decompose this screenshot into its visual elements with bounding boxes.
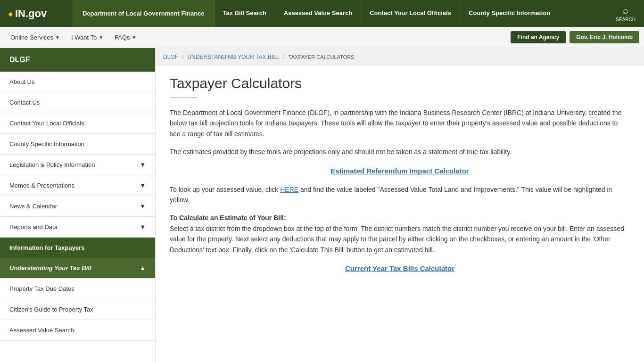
calc-header: To Calculate an Estimate of Your Bill: <box>170 214 286 222</box>
online-services-link[interactable]: Online Services ▼ <box>5 27 66 48</box>
sidebar-menu: About Us Contact Us Contact Your Local O… <box>0 72 155 238</box>
breadcrumb-dlgf[interactable]: DLGF <box>163 54 178 60</box>
nav-tax-bill-search[interactable]: Tax Bill Search <box>215 0 275 27</box>
breadcrumb-understanding-tax-bill[interactable]: UNDERSTANDING YOUR TAX BILL <box>187 54 279 60</box>
title-divider <box>170 97 198 98</box>
sidebar-sub-items: Property Tax Due Dates Citizen's Guide t… <box>0 279 155 341</box>
assessed-value-text: To look up your assessed value, click HE… <box>170 184 630 206</box>
sidebar-item-contact-us[interactable]: Contact Us <box>0 92 155 113</box>
chevron-down-icon: ▼ <box>140 182 146 189</box>
breadcrumb-separator: / <box>283 54 285 60</box>
find-agency-button[interactable]: Find an Agency <box>511 31 566 43</box>
estimated-referendum-link[interactable]: Estimated Referendum Impact Calculator <box>170 167 630 175</box>
search-button[interactable]: ⌕ SEARCH <box>607 0 644 27</box>
about-us-link[interactable]: About Us <box>0 72 155 92</box>
chevron-down-icon: ▼ <box>140 161 146 168</box>
breadcrumb-separator: / <box>182 54 183 60</box>
faqs-link[interactable]: FAQs ▼ <box>109 27 142 48</box>
breadcrumb-current: TAXPAYER CALCULATORS <box>289 54 355 60</box>
search-icon: ⌕ <box>623 5 628 16</box>
sidebar-item-news[interactable]: News & Calendar ▼ <box>0 196 155 217</box>
top-nav-links: Tax Bill Search Assessed Value Search Co… <box>215 0 608 27</box>
sidebar: DLGF About Us Contact Us Contact Your Lo… <box>0 48 156 362</box>
legislation-link[interactable]: Legislation & Policy Information ▼ <box>0 155 155 175</box>
sidebar-submenu: Understanding Your Tax Bill ▲ <box>0 258 155 279</box>
contact-us-link[interactable]: Contact Us <box>0 92 155 113</box>
sidebar-item-about-us[interactable]: About Us <box>0 72 155 92</box>
contact-officials-link[interactable]: Contact Your Local Officials <box>0 113 155 133</box>
county-info-link[interactable]: County Specific Information <box>0 134 155 154</box>
chevron-down-icon: ▼ <box>132 35 137 40</box>
calc-body: Select a tax district from the dropdown … <box>170 225 624 254</box>
citizens-guide-link[interactable]: Citizen's Guide to Property Tax <box>0 299 155 320</box>
sidebar-sub-item-assessed-value-search[interactable]: Assessed Value Search <box>0 320 155 341</box>
sidebar-sub-item-citizens-guide[interactable]: Citizen's Guide to Property Tax <box>0 299 155 320</box>
calc-instructions: To Calculate an Estimate of Your Bill: S… <box>170 213 630 255</box>
main-content: DLGF / UNDERSTANDING YOUR TAX BILL / TAX… <box>156 48 644 362</box>
secondary-navigation: Online Services ▼ I Want To ▼ FAQs ▼ Fin… <box>0 27 644 48</box>
page-body: DLGF About Us Contact Us Contact Your Lo… <box>0 48 644 362</box>
nav-contact-officials[interactable]: Contact Your Local Officials <box>361 0 460 27</box>
sidebar-sub-item-property-tax-dates[interactable]: Property Tax Due Dates <box>0 279 155 299</box>
intro-paragraph-2: The estimates provided by these tools ar… <box>170 147 630 157</box>
top-navigation: ⬥ IN.gov Department of Local Government … <box>0 0 644 27</box>
current-year-calculator-link[interactable]: Current Year Tax Bills Calculator <box>170 264 630 272</box>
site-logo[interactable]: ⬥ IN.gov <box>8 8 47 20</box>
logo-label: IN.gov <box>15 8 47 20</box>
logo-area[interactable]: ⬥ IN.gov <box>0 0 73 27</box>
governor-button[interactable]: Gov. Eric J. Holcomb <box>570 31 639 43</box>
page-title: Taxpayer Calculators <box>170 75 630 91</box>
sidebar-header: DLGF <box>0 48 155 72</box>
chevron-down-icon: ▼ <box>99 35 103 40</box>
sidebar-item-contact-officials[interactable]: Contact Your Local Officials <box>0 113 155 134</box>
intro-paragraph-1: The Department of Local Government Finan… <box>170 107 630 139</box>
nav-county-info[interactable]: County Specific Information <box>460 0 559 27</box>
i-want-to-link[interactable]: I Want To ▼ <box>66 27 109 48</box>
assessed-value-search-link[interactable]: Assessed Value Search <box>0 320 155 340</box>
sidebar-section-header: Information for Taxpayers <box>0 238 155 258</box>
reports-link[interactable]: Reports and Data ▼ <box>0 217 155 237</box>
assessed-text-1: To look up your assessed value, click <box>170 186 280 193</box>
breadcrumb: DLGF / UNDERSTANDING YOUR TAX BILL / TAX… <box>156 48 644 66</box>
chevron-up-icon: ▲ <box>140 264 146 272</box>
nav-assessed-value-search[interactable]: Assessed Value Search <box>275 0 361 27</box>
memos-link[interactable]: Memos & Presentations ▼ <box>0 175 155 196</box>
department-name[interactable]: Department of Local Government Finance <box>73 0 215 27</box>
sidebar-item-memos[interactable]: Memos & Presentations ▼ <box>0 175 155 196</box>
here-link[interactable]: HERE <box>280 186 298 193</box>
sidebar-item-understanding-tax-bill[interactable]: Understanding Your Tax Bill ▲ <box>0 258 155 279</box>
property-tax-dates-link[interactable]: Property Tax Due Dates <box>0 279 155 299</box>
sidebar-item-county-info[interactable]: County Specific Information <box>0 134 155 155</box>
chevron-down-icon: ▼ <box>55 35 60 40</box>
chevron-down-icon: ▼ <box>140 223 146 230</box>
chevron-down-icon: ▼ <box>140 203 146 210</box>
sidebar-item-legislation[interactable]: Legislation & Policy Information ▼ <box>0 155 155 175</box>
understanding-tax-bill-link[interactable]: Understanding Your Tax Bill ▲ <box>0 258 155 278</box>
sidebar-item-reports[interactable]: Reports and Data ▼ <box>0 217 155 238</box>
news-link[interactable]: News & Calendar ▼ <box>0 196 155 216</box>
indiana-icon: ⬥ <box>8 8 13 19</box>
